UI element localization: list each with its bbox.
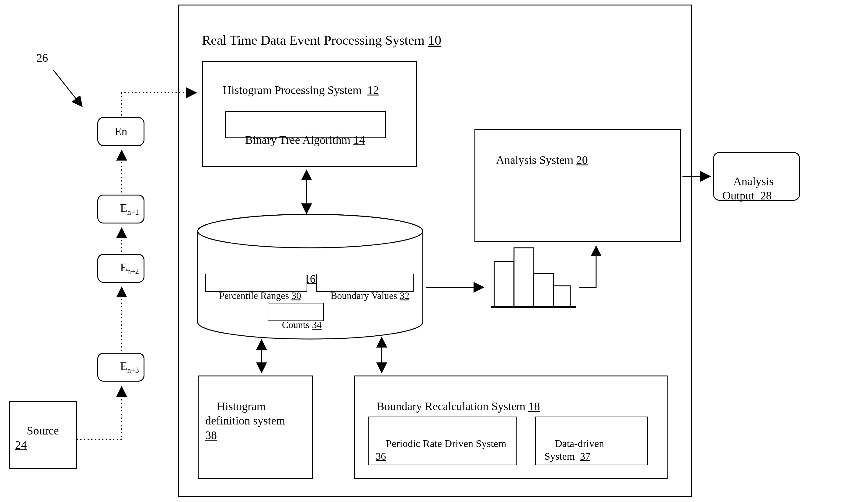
event-en3: En+3 — [97, 353, 144, 381]
svg-line-7 — [53, 70, 82, 106]
source-label: Source 24 — [15, 409, 59, 467]
svg-rect-6 — [554, 286, 570, 306]
svg-rect-4 — [514, 248, 534, 306]
histogram-icon — [485, 243, 582, 313]
callout-26: 26 — [37, 51, 48, 65]
event-en1: En+1 — [97, 195, 144, 223]
svg-rect-3 — [494, 261, 514, 306]
event-en2: En+2 — [97, 254, 144, 283]
periodic-label: Periodic Rate Driven System 36 — [375, 424, 506, 476]
boundvals-label: Boundary Values 32 — [321, 277, 409, 314]
analysis-title: Analysis System 20 — [485, 138, 588, 182]
bintree-title: Binary Tree Algorithm 14 — [234, 118, 365, 162]
output-label: Analysis Output 28 — [722, 160, 774, 217]
system-title: Real Time Data Event Processing System 1… — [188, 15, 441, 65]
event-en: En — [97, 117, 144, 146]
datadriven-label: Data-driven System 37 — [545, 424, 604, 476]
counts-label: Counts 34 — [272, 306, 322, 343]
hist-proc-title: Histogram Processing System 12 — [211, 69, 379, 112]
svg-rect-5 — [534, 274, 554, 306]
histdef-label: Histogram definition system 38 — [205, 385, 285, 457]
diagram-canvas: Real Time Data Event Processing System 1… — [0, 0, 868, 502]
